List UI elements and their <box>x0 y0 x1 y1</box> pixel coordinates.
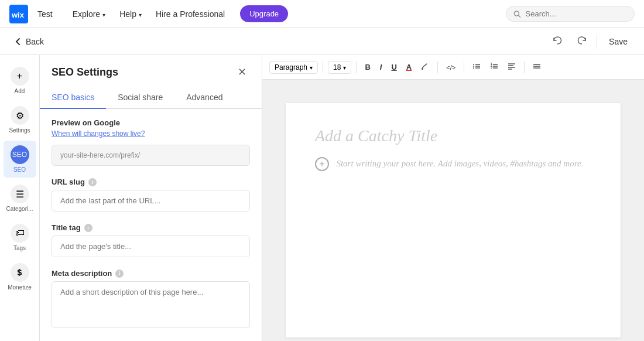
sidebar-item-seo[interactable]: SEO SEO <box>4 141 36 178</box>
tags-icon: 🏷 <box>11 224 29 243</box>
svg-text:wix: wix <box>11 11 25 19</box>
preview-url-box: your-site-here.com/prefix/ <box>52 145 250 166</box>
editor-canvas: Add a Catchy Title + Start writing your … <box>262 80 644 341</box>
code-button[interactable]: </> <box>443 62 459 73</box>
explore-nav-item[interactable]: Explore <box>67 6 111 22</box>
svg-point-9 <box>473 66 474 67</box>
left-sidebar: + Add ⚙ Settings SEO SEO ☰ Categori... 🏷… <box>0 55 40 341</box>
underline-button[interactable]: U <box>388 61 400 73</box>
sidebar-item-add-label: Add <box>15 88 25 94</box>
doc-title-placeholder: Add a Catchy Title <box>315 127 591 145</box>
sidebar-item-monetize-label: Monetize <box>8 284 32 291</box>
back-button[interactable]: Back <box>9 35 49 49</box>
help-chevron-icon <box>139 9 142 19</box>
wix-logo: wix <box>9 5 28 23</box>
seo-panel-header: SEO Settings ✕ <box>40 55 262 80</box>
numbered-list-icon: 1 2 3 <box>490 62 498 70</box>
paragraph-select[interactable]: Paragraph <box>269 61 318 74</box>
url-slug-input[interactable] <box>52 190 250 212</box>
help-nav-item[interactable]: Help <box>114 6 148 22</box>
save-button[interactable]: Save <box>602 35 635 49</box>
main-content: + Add ⚙ Settings SEO SEO ☰ Categori... 🏷… <box>0 55 644 341</box>
svg-point-8 <box>473 64 474 65</box>
sidebar-item-tags-label: Tags <box>13 245 26 251</box>
align-button[interactable] <box>504 60 519 74</box>
secondbar-divider <box>597 35 597 49</box>
sidebar-item-categories-label: Categori... <box>6 206 33 212</box>
topbar-nav: Explore Help Hire a Professional <box>67 6 231 22</box>
add-content-button[interactable]: + <box>315 157 329 171</box>
close-button[interactable]: ✕ <box>234 64 250 80</box>
tab-advanced[interactable]: Advanced <box>174 87 234 109</box>
bullet-list-icon <box>472 62 481 70</box>
more-options-button[interactable] <box>529 60 544 74</box>
bold-button[interactable]: B <box>361 61 374 73</box>
categories-icon: ☰ <box>11 185 29 203</box>
secondbar: Back Save <box>0 28 644 55</box>
editor-toolbar: Paragraph 18 B I U A </> <box>262 55 644 80</box>
doc-body-placeholder: Start writing your post here. Add images… <box>336 159 583 168</box>
align-icon <box>508 62 516 70</box>
sidebar-item-monetize[interactable]: $ Monetize <box>4 258 36 295</box>
tab-seo-basics[interactable]: SEO basics <box>40 87 106 109</box>
paragraph-chevron-icon <box>310 63 313 71</box>
meta-description-label: Meta description i <box>52 269 250 278</box>
editor-area: Paragraph 18 B I U A </> <box>262 55 644 341</box>
doc-body: + Start writing your post here. Add imag… <box>315 157 591 171</box>
title-tag-label: Title tag i <box>52 223 250 232</box>
url-slug-label: URL slug i <box>52 178 250 186</box>
numbered-list-button[interactable]: 1 2 3 <box>487 60 502 74</box>
search-icon <box>513 10 521 18</box>
upgrade-button[interactable]: Upgrade <box>240 5 288 22</box>
preview-label: Preview on Google <box>52 118 250 127</box>
more-options-icon <box>533 62 541 70</box>
seo-panel: SEO Settings ✕ SEO basics Social share A… <box>40 55 262 341</box>
redo-icon <box>577 35 587 46</box>
url-slug-info-icon[interactable]: i <box>88 178 97 186</box>
search-input[interactable] <box>526 9 627 18</box>
sidebar-item-settings-label: Settings <box>9 127 30 134</box>
brush-icon <box>421 62 429 70</box>
meta-description-input[interactable] <box>52 281 250 328</box>
toolbar-divider-2 <box>356 62 357 73</box>
hire-nav-item[interactable]: Hire a Professional <box>150 6 231 22</box>
font-size-chevron-icon <box>343 63 346 71</box>
secondbar-actions: Save <box>547 33 635 50</box>
toolbar-divider-3 <box>437 62 438 73</box>
site-name: Test <box>37 9 53 19</box>
redo-button[interactable] <box>572 33 592 50</box>
topbar: wix Test Explore Help Hire a Professiona… <box>0 0 644 28</box>
monetize-icon: $ <box>11 263 29 282</box>
svg-point-4 <box>422 68 423 70</box>
svg-line-3 <box>518 15 520 17</box>
toolbar-divider-4 <box>464 62 464 73</box>
back-arrow-icon <box>14 37 22 46</box>
svg-text:3: 3 <box>491 66 492 69</box>
undo-icon <box>552 35 563 46</box>
sidebar-item-seo-label: SEO <box>13 166 26 173</box>
seo-tabs: SEO basics Social share Advanced <box>40 87 262 109</box>
svg-point-10 <box>473 67 474 69</box>
preview-link[interactable]: When will changes show live? <box>52 129 250 138</box>
sidebar-item-tags[interactable]: 🏷 Tags <box>4 219 36 256</box>
seo-panel-title: SEO Settings <box>52 66 118 79</box>
search-box <box>506 6 635 22</box>
toolbar-divider-5 <box>524 62 525 73</box>
meta-description-info-icon[interactable]: i <box>115 270 124 278</box>
explore-chevron-icon <box>102 9 105 19</box>
brush-button[interactable] <box>417 60 433 74</box>
sidebar-item-settings[interactable]: ⚙ Settings <box>4 101 36 138</box>
title-tag-input[interactable] <box>52 236 250 257</box>
editor-document[interactable]: Add a Catchy Title + Start writing your … <box>286 103 621 337</box>
tab-social-share[interactable]: Social share <box>106 87 174 109</box>
seo-icon: SEO <box>11 145 29 164</box>
sidebar-item-add[interactable]: + Add <box>4 62 36 99</box>
font-size-select[interactable]: 18 <box>328 61 351 74</box>
sidebar-item-categories[interactable]: ☰ Categori... <box>4 180 36 217</box>
color-button[interactable]: A <box>403 61 415 73</box>
title-tag-info-icon[interactable]: i <box>84 224 93 232</box>
italic-button[interactable]: I <box>376 61 386 73</box>
bullet-list-button[interactable] <box>469 60 484 74</box>
settings-icon: ⚙ <box>11 106 29 125</box>
undo-button[interactable] <box>547 33 567 50</box>
